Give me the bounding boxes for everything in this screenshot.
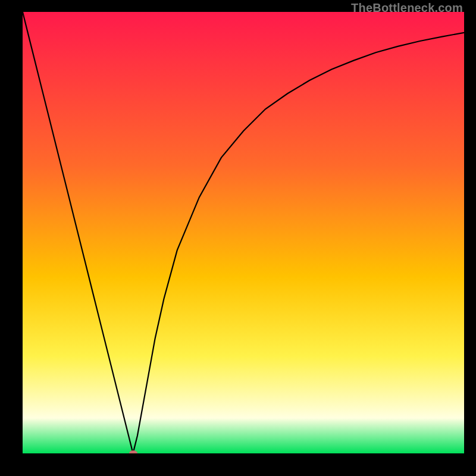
minimum-marker-icon — [129, 450, 137, 453]
curve-svg — [23, 12, 464, 453]
chart-frame: TheBottleneck.com — [0, 0, 476, 476]
plot-area — [23, 12, 464, 453]
bottleneck-curve — [23, 12, 464, 453]
